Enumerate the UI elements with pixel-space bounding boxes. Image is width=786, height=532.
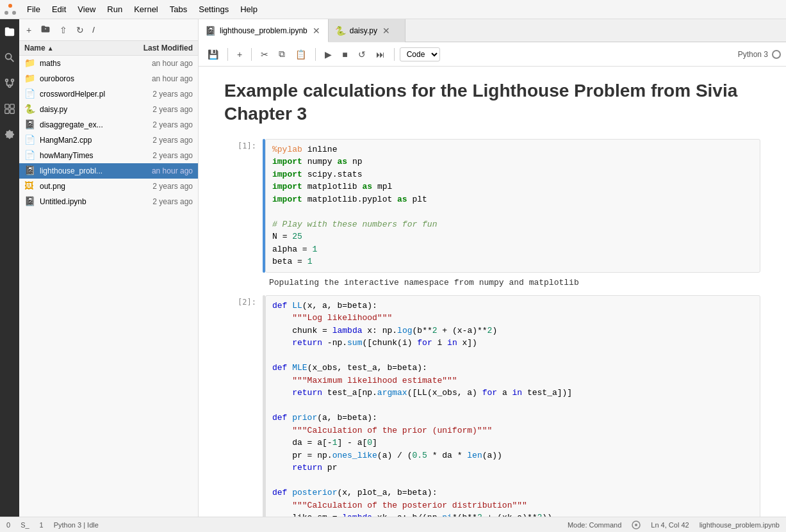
image-file-icon: 🖼 bbox=[24, 181, 36, 192]
refresh-button[interactable]: ↻ bbox=[73, 23, 87, 37]
list-item[interactable]: 📓 Untitled.ipynb 2 years ago bbox=[19, 194, 198, 209]
notebook-area: 📓 lighthouse_problem.ipynb ✕ 🐍 daisy.py … bbox=[199, 19, 786, 517]
file-name: Untitled.ipynb bbox=[40, 197, 152, 206]
menu-tabs[interactable]: Tabs bbox=[165, 3, 192, 15]
svg-rect-9 bbox=[10, 104, 14, 108]
sidebar-icon-folder[interactable] bbox=[2, 24, 17, 40]
file-browser: + ⇧ ↻ / Name ▲ Last Modified 📁 maths an … bbox=[19, 19, 199, 517]
sidebar-icon-git[interactable] bbox=[2, 76, 17, 91]
tab-lighthouse[interactable]: 📓 lighthouse_problem.ipynb ✕ bbox=[199, 19, 329, 42]
status-one: 1 bbox=[40, 521, 44, 529]
sidebar-icon-settings[interactable] bbox=[2, 127, 17, 142]
menu-edit[interactable]: Edit bbox=[47, 3, 71, 15]
menu-settings[interactable]: Settings bbox=[193, 3, 234, 15]
add-cell-button[interactable]: + bbox=[233, 47, 246, 61]
list-item[interactable]: 📄 HangMan2.cpp 2 years ago bbox=[19, 133, 198, 148]
code-cell[interactable]: def LL(x, a, b=beta): """Log likelihood"… bbox=[265, 295, 760, 517]
paste-button[interactable]: 📋 bbox=[291, 47, 310, 61]
run-button[interactable]: ▶ bbox=[321, 47, 336, 61]
menu-run[interactable]: Run bbox=[102, 3, 127, 15]
file-modified: an hour ago bbox=[152, 166, 193, 175]
file-icon: 📄 bbox=[24, 134, 36, 146]
file-name: lighthouse_probl... bbox=[40, 166, 152, 175]
folder-icon: 📁 bbox=[24, 58, 36, 69]
list-item[interactable]: 📄 crosswordHelper.pl 2 years ago bbox=[19, 86, 198, 102]
menubar: File Edit View Run Kernel Tabs Settings … bbox=[0, 0, 786, 19]
status-mode: Mode: Command bbox=[568, 521, 621, 529]
file-icon: 📄 bbox=[24, 150, 36, 161]
tab-close-button[interactable]: ✕ bbox=[311, 26, 322, 36]
tab-daisy[interactable]: 🐍 daisy.py ✕ bbox=[329, 19, 405, 42]
sidebar-icon-search[interactable] bbox=[2, 50, 17, 65]
menu-help[interactable]: Help bbox=[235, 3, 263, 15]
file-modified: 2 years ago bbox=[152, 120, 193, 129]
notebook-toolbar: 💾 + ✂ ⧉ 📋 ▶ ■ ↺ ⏭ Code Python 3 bbox=[199, 42, 786, 67]
icon-sidebar bbox=[0, 19, 19, 517]
upload-button[interactable]: ⇧ bbox=[56, 23, 70, 37]
notebook-file-icon: 📓 bbox=[24, 119, 36, 131]
list-item[interactable]: 📄 howManyTimes 2 years ago bbox=[19, 148, 198, 163]
svg-point-7 bbox=[8, 85, 11, 88]
notebook-file-icon: 📓 bbox=[24, 196, 36, 207]
toolbar-separator bbox=[251, 48, 252, 61]
kernel-name: Python 3 bbox=[738, 50, 768, 59]
status-bar: 0 S_ 1 Python 3 | Idle Mode: Command Ln … bbox=[0, 517, 786, 532]
status-zero: 0 bbox=[6, 521, 10, 529]
list-item[interactable]: 📁 maths an hour ago bbox=[19, 56, 198, 71]
list-item[interactable]: 📁 ouroboros an hour ago bbox=[19, 71, 198, 86]
svg-line-4 bbox=[11, 59, 14, 62]
copy-button[interactable]: ⧉ bbox=[275, 47, 289, 61]
list-item[interactable]: 🐍 daisy.py 2 years ago bbox=[19, 102, 198, 117]
mode-icon bbox=[632, 520, 641, 529]
modified-column-header: Last Modified bbox=[143, 44, 193, 52]
file-browser-header: Name ▲ Last Modified bbox=[19, 41, 198, 56]
list-item[interactable]: 📓 disaggregate_ex... 2 years ago bbox=[19, 117, 198, 133]
svg-point-0 bbox=[8, 4, 12, 8]
svg-rect-10 bbox=[5, 109, 9, 113]
fast-forward-button[interactable]: ⏭ bbox=[372, 47, 389, 61]
cell-output-spacer bbox=[224, 275, 263, 290]
new-folder-button[interactable] bbox=[37, 22, 54, 38]
status-cursor: Ln 4, Col 42 bbox=[651, 521, 689, 529]
restart-button[interactable]: ↺ bbox=[354, 47, 370, 61]
name-column-header: Name ▲ bbox=[24, 44, 143, 52]
status-s: S_ bbox=[20, 521, 29, 529]
jupyter-logo bbox=[3, 2, 18, 17]
kernel-status-circle bbox=[772, 50, 781, 59]
code-cell[interactable]: %pylab inline import numpy as np import … bbox=[265, 139, 760, 273]
cut-button[interactable]: ✂ bbox=[257, 47, 272, 61]
save-button[interactable]: 💾 bbox=[204, 47, 222, 61]
python-file-icon: 🐍 bbox=[24, 104, 36, 115]
file-list: 📁 maths an hour ago 📁 ouroboros an hour … bbox=[19, 56, 198, 517]
svg-point-13 bbox=[635, 524, 637, 526]
file-modified: 2 years ago bbox=[152, 90, 193, 99]
menu-view[interactable]: View bbox=[72, 3, 101, 15]
sidebar-icon-extensions[interactable] bbox=[2, 101, 17, 117]
svg-point-5 bbox=[6, 79, 8, 82]
tab-label: daisy.py bbox=[350, 26, 377, 35]
python-tab-icon: 🐍 bbox=[335, 26, 346, 36]
stop-button[interactable]: ■ bbox=[338, 47, 351, 61]
notebook-title: Example calculations for the Lighthouse … bbox=[224, 79, 760, 126]
cell-1: [1]: %pylab inline import numpy as np im… bbox=[224, 139, 760, 290]
list-item[interactable]: 🖼 out.png 2 years ago bbox=[19, 179, 198, 194]
tab-close-button[interactable]: ✕ bbox=[381, 26, 391, 36]
cell-type-select[interactable]: Code bbox=[400, 47, 440, 61]
notebook-content: Example calculations for the Lighthouse … bbox=[199, 67, 786, 517]
status-filename: lighthouse_problem.ipynb bbox=[700, 521, 780, 529]
file-modified: 2 years ago bbox=[152, 105, 193, 114]
file-browser-toolbar: + ⇧ ↻ / bbox=[19, 19, 198, 41]
file-name: disaggregate_ex... bbox=[40, 120, 152, 129]
file-modified: 2 years ago bbox=[152, 136, 193, 145]
folder-icon: 📁 bbox=[24, 73, 36, 85]
file-name: HangMan2.cpp bbox=[40, 136, 152, 145]
menu-kernel[interactable]: Kernel bbox=[129, 3, 163, 15]
menu-file[interactable]: File bbox=[22, 3, 45, 15]
svg-point-3 bbox=[6, 54, 12, 60]
cell-number: [1]: bbox=[224, 139, 263, 273]
list-item[interactable]: 📓 lighthouse_probl... an hour ago bbox=[19, 163, 198, 179]
toolbar-separator bbox=[315, 48, 316, 61]
tab-label: lighthouse_problem.ipynb bbox=[220, 26, 307, 35]
file-name: crosswordHelper.pl bbox=[40, 90, 152, 99]
new-file-button[interactable]: + bbox=[23, 23, 35, 37]
